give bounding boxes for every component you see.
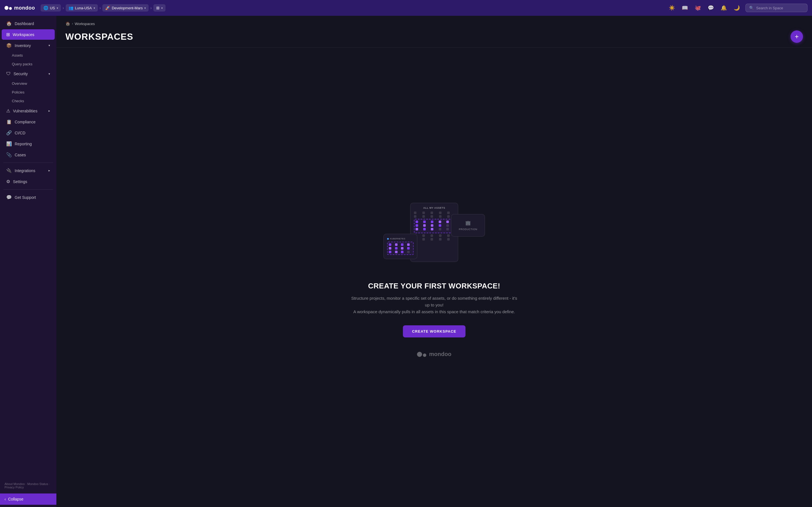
workspaces-icon: ⊞ (6, 32, 10, 37)
sidebar-label-get-support: Get Support (15, 195, 36, 200)
sidebar-label-cicd: CI/CD (15, 131, 26, 135)
mondoo-status-link[interactable]: Mondoo Status (28, 482, 48, 486)
breadcrumb-workspaces[interactable]: Workspaces (75, 22, 95, 26)
integrations-icon: 🔌 (6, 168, 12, 173)
github-icon[interactable]: 🐙 (694, 4, 702, 12)
chevron-down-icon-2: ▾ (94, 6, 95, 10)
sidebar-divider (3, 163, 53, 163)
sidebar-item-security[interactable]: 🛡 Security ▾ (2, 69, 55, 79)
sidebar-item-vulnerabilities[interactable]: ⚠ Vulnerabilities ▸ (2, 106, 55, 116)
search-input[interactable] (756, 6, 804, 10)
sidebar: 🏠 Dashboard ⊞ Workspaces 📦 Inventory ▾ A… (0, 16, 56, 507)
inventory-icon: 📦 (6, 43, 12, 48)
page-title: WORKSPACES (65, 32, 133, 42)
breadcrumb-separator: › (72, 22, 73, 25)
inventory-chevron-icon: ▾ (49, 44, 50, 47)
security-icon: 🛡 (6, 71, 11, 76)
sidebar-item-compliance[interactable]: 📋 Compliance (2, 117, 55, 127)
theme-toggle-icon[interactable]: ☀️ (668, 4, 676, 12)
logo-icon (4, 6, 12, 10)
collapse-chevron-icon: ‹ (4, 497, 6, 501)
sidebar-label-overview: Overview (12, 81, 27, 86)
reporting-icon: 📊 (6, 141, 12, 147)
sidebar-label-reporting: Reporting (15, 142, 32, 146)
top-navigation: mondoo 🌐 US ▾ › 👥 Luna-USA ▾ › 🚀 Develop… (0, 0, 812, 16)
sidebar-item-query-packs[interactable]: Query packs (2, 60, 55, 68)
breadcrumb: 🏠 › Workspaces (65, 21, 803, 26)
sidebar-item-dashboard[interactable]: 🏠 Dashboard (2, 18, 55, 29)
about-mondoo-link[interactable]: About Mondoo (4, 482, 25, 486)
region-selector[interactable]: 🌐 US ▾ (41, 4, 61, 11)
production-card: 🏢 PRODUCTION (451, 214, 485, 237)
footer-logo-icon (417, 352, 426, 357)
sidebar-label-settings: Settings (13, 179, 28, 184)
nav-sep-3: › (150, 6, 152, 10)
vulns-chevron-icon: ▸ (49, 109, 50, 113)
sidebar-label-vulnerabilities: Vulnerabilities (13, 109, 38, 113)
sidebar-label-compliance: Compliance (15, 120, 36, 124)
workspace-illustration: ALL MY ASSETS (380, 197, 488, 270)
space-icon: 🚀 (105, 6, 110, 10)
sidebar-label-assets: Assets (12, 53, 23, 57)
breadcrumb-home-icon[interactable]: 🏠 (65, 21, 70, 26)
sidebar-label-policies: Policies (12, 90, 24, 94)
app-logo[interactable]: mondoo (4, 5, 35, 11)
sidebar-label-workspaces: Workspaces (13, 33, 35, 37)
empty-state-description: Structure projects, monitor a specific s… (350, 295, 519, 315)
cases-icon: 📎 (6, 152, 12, 158)
support-icon: 💬 (6, 194, 12, 200)
logo-text: mondoo (14, 5, 35, 11)
sidebar-item-settings[interactable]: ⚙ Settings (2, 176, 55, 187)
slack-icon[interactable]: 💬 (707, 4, 715, 12)
chevron-down-icon-3: ▾ (144, 6, 146, 10)
main-content: 🏠 › Workspaces WORKSPACES + ALL MY ASSET… (56, 16, 812, 507)
dashboard-icon: 🏠 (6, 21, 12, 26)
org-icon: 👥 (68, 6, 73, 10)
page-title-row: WORKSPACES + (65, 31, 803, 43)
sidebar-item-reporting[interactable]: 📊 Reporting (2, 138, 55, 149)
docs-icon[interactable]: 📖 (680, 4, 689, 12)
production-label: PRODUCTION (459, 228, 477, 231)
chevron-down-icon-4: ▾ (161, 6, 163, 10)
search-icon: 🔍 (749, 6, 754, 10)
sidebar-item-checks[interactable]: Checks (2, 97, 55, 105)
main-header: 🏠 › Workspaces WORKSPACES + (56, 16, 812, 48)
nav-actions: ☀️ 📖 🐙 💬 🔔 🌙 🔍 (668, 4, 808, 12)
sidebar-collapse-button[interactable]: ‹ Collapse (0, 494, 56, 505)
sidebar-item-policies[interactable]: Policies (2, 88, 55, 96)
sidebar-divider-2 (3, 189, 53, 189)
sidebar-item-get-support[interactable]: 💬 Get Support (2, 192, 55, 203)
sidebar-label-integrations: Integrations (15, 168, 35, 173)
collapse-label: Collapse (8, 497, 23, 501)
space-selector[interactable]: 🚀 Development-Mars ▾ (102, 4, 149, 11)
org-selector[interactable]: 👥 Luna-USA ▾ (66, 4, 98, 11)
workspace-selector[interactable]: ⊞ ▾ (153, 4, 165, 11)
privacy-policy-link[interactable]: Privacy Policy (4, 486, 24, 489)
all-assets-label: ALL MY ASSETS (414, 207, 455, 209)
globe-icon: 🌐 (43, 6, 48, 10)
sidebar-item-overview[interactable]: Overview (2, 79, 55, 88)
sidebar-item-cases[interactable]: 📎 Cases (2, 150, 55, 160)
mondoo-footer-logo: mondoo (417, 351, 451, 357)
sidebar-footer: About Mondoo · Mondoo Status · Privacy P… (0, 478, 56, 494)
sidebar-label-inventory: Inventory (15, 43, 31, 48)
nav-breadcrumb: 🌐 US ▾ › 👥 Luna-USA ▾ › 🚀 Development-Ma… (41, 4, 665, 11)
search-box[interactable]: 🔍 (746, 4, 808, 12)
kubernetes-label: KUBERNETES (387, 237, 414, 240)
sidebar-item-cicd[interactable]: 🔗 CI/CD (2, 128, 55, 138)
nav-sep-1: › (63, 6, 64, 10)
sidebar-label-dashboard: Dashboard (15, 21, 34, 26)
create-workspace-button[interactable]: CREATE WORKSPACE (403, 325, 465, 337)
chevron-down-icon: ▾ (57, 6, 58, 10)
production-icon: 🏢 (465, 220, 471, 226)
sidebar-item-inventory[interactable]: 📦 Inventory ▾ (2, 40, 55, 51)
notifications-icon[interactable]: 🔔 (719, 4, 728, 12)
footer-logo-text: mondoo (429, 351, 451, 357)
sidebar-item-assets[interactable]: Assets (2, 51, 55, 59)
empty-state: ALL MY ASSETS (56, 48, 812, 507)
security-chevron-icon: ▾ (49, 72, 50, 76)
sidebar-item-integrations[interactable]: 🔌 Integrations ▸ (2, 165, 55, 176)
user-avatar[interactable]: 🌙 (732, 4, 741, 12)
add-workspace-button[interactable]: + (791, 31, 803, 43)
sidebar-item-workspaces[interactable]: ⊞ Workspaces (2, 29, 55, 40)
